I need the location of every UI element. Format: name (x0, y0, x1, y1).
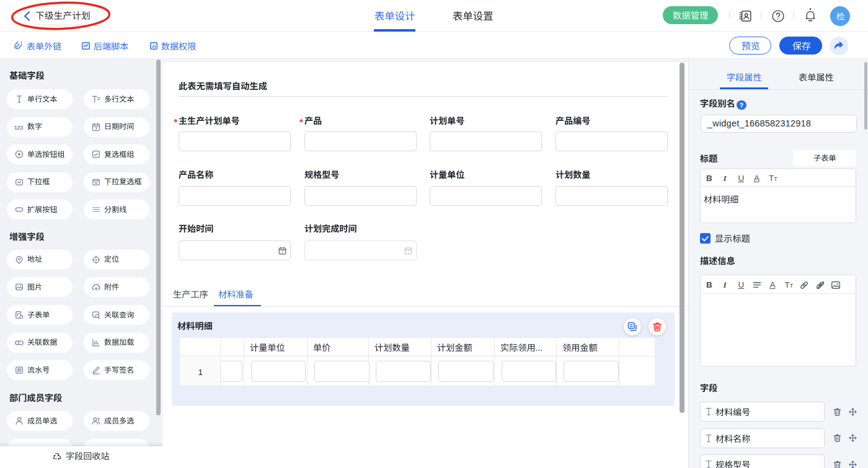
svg-text:123: 123 (14, 124, 23, 130)
svg-text:7: 7 (407, 250, 409, 254)
svg-text:7: 7 (281, 250, 284, 254)
